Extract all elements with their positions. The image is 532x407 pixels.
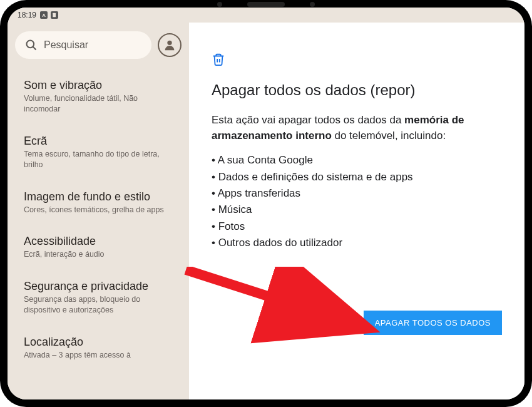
sidebar: Pesquisar Som e vibração Volume, funcion… [8, 23, 189, 399]
sidebar-item-title: Imagem de fundo e estilo [24, 190, 173, 204]
sidebar-item-sub: Ativada – 3 apps têm acesso à [24, 350, 173, 361]
sidebar-item-sub: Segurança das apps, bloqueio do disposit… [24, 294, 173, 316]
sidebar-item-sub: Tema escuro, tamanho do tipo de letra, b… [24, 149, 173, 170]
sidebar-item-sub: Cores, ícones temáticos, grelha de apps [24, 205, 173, 215]
main-panel: Apagar todos os dados (repor) Esta ação … [189, 23, 524, 399]
list-item: Dados e definições do sistema e de apps [212, 169, 502, 185]
status-icons: A [40, 11, 58, 19]
list-item: Fotos [212, 219, 502, 235]
status-bar: 18:19 A [8, 8, 524, 23]
svg-line-2 [33, 47, 36, 50]
sidebar-item-security[interactable]: Segurança e privacidade Segurança das ap… [15, 272, 182, 323]
sidebar-item-title: Acessibilidade [24, 235, 173, 248]
list-item: Apps transferidas [212, 185, 502, 202]
search-row: Pesquisar [15, 31, 182, 59]
sidebar-item-title: Segurança e privacidade [24, 280, 173, 293]
erase-all-data-button[interactable]: APAGAR TODOS OS DADOS [364, 311, 502, 335]
sidebar-item-display[interactable]: Ecrã Tema escuro, tamanho do tipo de let… [15, 127, 182, 178]
page-title: Apagar todos os dados (repor) [212, 81, 502, 99]
sidebar-item-title: Ecrã [24, 135, 173, 148]
status-icon-card [51, 11, 58, 19]
tablet-frame: 18:19 A Pesquisar [0, 0, 532, 407]
account-button[interactable] [158, 33, 182, 57]
screen: 18:19 A Pesquisar [8, 8, 524, 399]
svg-point-1 [27, 41, 34, 48]
list-item: A sua Conta Google [212, 152, 502, 168]
svg-rect-0 [53, 13, 56, 18]
sidebar-item-title: Som e vibração [24, 79, 173, 92]
sidebar-item-accessibility[interactable]: Acessibilidade Ecrã, interação e áudio [15, 227, 182, 267]
list-item: Outros dados do utilizador [212, 235, 502, 251]
annotation-arrow [183, 267, 383, 348]
search-input[interactable]: Pesquisar [15, 31, 151, 59]
status-time: 18:19 [18, 11, 36, 19]
list-item: Música [212, 202, 502, 218]
svg-point-3 [167, 41, 171, 45]
bullet-list: A sua Conta Google Dados e definições do… [212, 152, 502, 251]
status-icon-a: A [40, 11, 48, 19]
sidebar-item-title: Localização [24, 336, 173, 349]
svg-line-7 [186, 270, 352, 323]
trash-icon [212, 53, 502, 69]
sidebar-item-sub: Volume, funcionalidade tátil, Não incomo… [24, 93, 173, 115]
person-icon [163, 38, 176, 52]
tablet-notch [217, 2, 315, 7]
content: Pesquisar Som e vibração Volume, funcion… [8, 23, 524, 399]
sidebar-item-sub: Ecrã, interação e áudio [24, 249, 173, 260]
search-placeholder: Pesquisar [44, 39, 88, 51]
search-icon [25, 39, 38, 51]
main-description: Esta ação vai apagar todos os dados da m… [212, 113, 502, 143]
sidebar-item-location[interactable]: Localização Ativada – 3 apps têm acesso … [15, 328, 182, 368]
sidebar-item-sound[interactable]: Som e vibração Volume, funcionalidade tá… [15, 71, 182, 122]
sidebar-item-wallpaper[interactable]: Imagem de fundo e estilo Cores, ícones t… [15, 183, 182, 223]
